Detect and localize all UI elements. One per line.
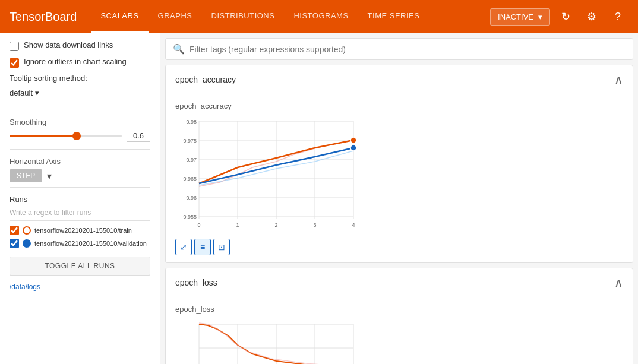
header-right: INACTIVE ▾ ↻ ⚙ ? [490, 6, 628, 27]
ignore-outliers-label: Ignore outliers in chart scaling [24, 57, 127, 66]
smoothing-label: Smoothing [10, 118, 150, 126]
loss-orange-raw [199, 323, 350, 364]
tooltip-chevron-icon: ▾ [35, 88, 39, 97]
help-button[interactable]: ? [607, 6, 628, 27]
svg-text:3: 3 [313, 222, 316, 228]
status-label: INACTIVE [498, 12, 533, 21]
smoothing-slider-container[interactable] [10, 130, 122, 142]
nav-histograms[interactable]: HISTOGRAMS [284, 0, 358, 33]
svg-text:1: 1 [236, 222, 239, 228]
search-input[interactable] [189, 45, 626, 54]
run-item-train: tensorflow20210201-155010/train [10, 226, 150, 235]
layout: Show data download links Ignore outliers… [0, 33, 638, 364]
axis-chevron-icon: ▾ [47, 170, 52, 182]
run-validation-dot [23, 239, 31, 248]
svg-text:0.96: 0.96 [186, 195, 197, 201]
smoothing-row: 0.6 [10, 130, 150, 142]
svg-text:0.965: 0.965 [183, 176, 197, 182]
search-icon: 🔍 [173, 43, 185, 55]
run-item-validation: tensorflow20210201-155010/validation [10, 239, 150, 248]
show-download-checkbox-row[interactable]: Show data download links [10, 40, 150, 51]
run-train-dot [23, 226, 31, 235]
sidebar: Show data download links Ignore outliers… [0, 33, 160, 364]
smoothing-slider-fill [10, 135, 77, 137]
nav-scalars[interactable]: SCALARS [91, 0, 148, 33]
chart-svg-accuracy: 0.98 0.975 0.97 0.965 0.96 0.955 0 1 2 3… [175, 115, 365, 234]
chart-subtitle-loss: epoch_loss [175, 305, 623, 314]
run-validation-name: tensorflow20210201-155010/validation [34, 240, 147, 247]
data-download-button[interactable]: ⊡ [213, 239, 230, 255]
svg-text:0.98: 0.98 [186, 119, 197, 125]
tooltip-row: Tooltip sorting method: default ▾ [10, 74, 150, 100]
svg-text:0: 0 [197, 222, 200, 228]
nav-graphs[interactable]: GRAPHS [149, 0, 202, 33]
chart-title-loss: epoch_loss [175, 278, 217, 287]
axis-step-button[interactable]: STEP [10, 169, 42, 182]
chart-panel-accuracy: epoch_accuracy ∧ epoch_accuracy [165, 65, 633, 263]
svg-text:4: 4 [352, 222, 355, 228]
chart-header-loss: epoch_loss ∧ [166, 268, 633, 297]
tooltip-value: default [10, 88, 33, 97]
collapse-accuracy-button[interactable]: ∧ [614, 72, 623, 87]
chart-area-accuracy: 0.98 0.975 0.97 0.965 0.96 0.955 0 1 2 3… [175, 115, 365, 234]
chart-tools-accuracy: ⤢ ≡ ⊡ [175, 239, 623, 255]
chart-svg-loss: 0.14 [175, 318, 365, 364]
svg-text:2: 2 [274, 222, 277, 228]
run-train-name: tensorflow20210201-155010/train [34, 227, 132, 234]
ignore-outliers-checkbox-row[interactable]: Ignore outliers in chart scaling [10, 57, 150, 68]
chart-body-accuracy: epoch_accuracy [166, 94, 633, 262]
tooltip-label: Tooltip sorting method: [10, 74, 150, 83]
run-train-checkbox[interactable] [10, 226, 19, 235]
smoothing-slider-thumb[interactable] [72, 132, 81, 140]
toggle-all-button[interactable]: TOGGLE ALL RUNS [10, 257, 150, 276]
main-content: 🔍 epoch_accuracy ∧ epoch_accuracy [160, 33, 638, 364]
chart-area-loss: 0.14 [175, 318, 365, 364]
nav-time-series[interactable]: TIME SERIES [358, 0, 429, 33]
blue-end-dot [350, 145, 356, 151]
horizontal-axis-label: Horizontal Axis [10, 157, 150, 166]
runs-title: Runs [10, 195, 150, 204]
orange-end-dot [350, 137, 356, 143]
divider-3 [10, 187, 150, 188]
data-path[interactable]: /data/logs [10, 283, 150, 291]
svg-text:0.955: 0.955 [183, 214, 197, 220]
header: TensorBoard SCALARS GRAPHS DISTRIBUTIONS… [0, 0, 638, 33]
smoothing-value[interactable]: 0.6 [127, 130, 150, 142]
run-validation-checkbox[interactable] [10, 239, 19, 248]
chevron-down-icon: ▾ [538, 12, 542, 21]
main-nav: SCALARS GRAPHS DISTRIBUTIONS HISTOGRAMS … [91, 0, 490, 33]
collapse-loss-button[interactable]: ∧ [614, 276, 623, 290]
chart-subtitle-accuracy: epoch_accuracy [175, 102, 623, 110]
chart-body-loss: epoch_loss 0.14 [166, 297, 633, 364]
tooltip-select[interactable]: default ▾ [10, 86, 150, 100]
svg-text:0.975: 0.975 [183, 138, 197, 144]
show-download-checkbox[interactable] [10, 42, 19, 51]
runs-filter[interactable]: Write a regex to filter runs [10, 208, 150, 221]
refresh-button[interactable]: ↻ [555, 6, 576, 27]
show-download-label: Show data download links [24, 40, 113, 49]
status-button[interactable]: INACTIVE ▾ [490, 8, 550, 26]
logo: TensorBoard [10, 10, 77, 24]
divider-2 [10, 149, 150, 150]
divider-1 [10, 110, 150, 110]
chart-title-accuracy: epoch_accuracy [175, 75, 236, 84]
chart-header-accuracy: epoch_accuracy ∧ [166, 65, 633, 94]
search-bar: 🔍 [165, 38, 633, 60]
chart-panel-loss: epoch_loss ∧ epoch_loss [165, 268, 633, 364]
runs-section: Runs Write a regex to filter runs tensor… [10, 195, 150, 291]
ignore-outliers-checkbox[interactable] [10, 58, 19, 68]
legend-button[interactable]: ≡ [194, 239, 211, 255]
nav-distributions[interactable]: DISTRIBUTIONS [202, 0, 285, 33]
svg-text:0.97: 0.97 [186, 157, 197, 163]
expand-button[interactable]: ⤢ [175, 239, 192, 255]
settings-button[interactable]: ⚙ [581, 6, 602, 27]
